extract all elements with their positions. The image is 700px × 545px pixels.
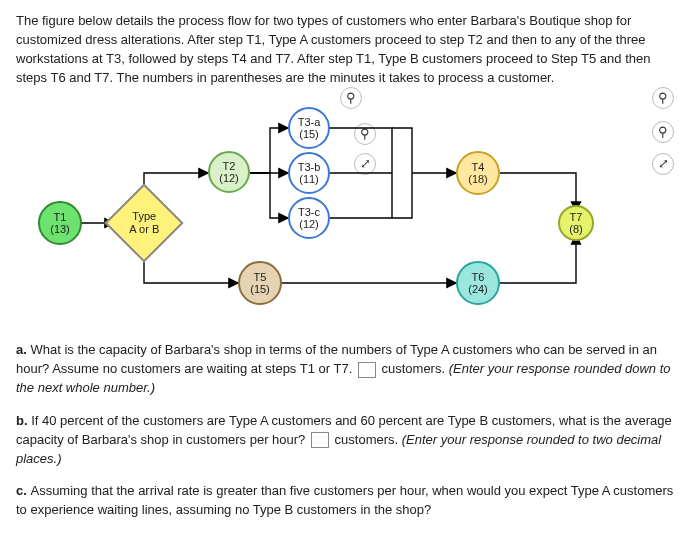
node-t6: T6 (24) — [456, 261, 500, 305]
expand-icon[interactable]: ⤢ — [354, 153, 376, 175]
question-c-body: Assuming that the arrival rate is greate… — [16, 483, 673, 517]
question-c-prefix: c. — [16, 483, 30, 498]
flow-arrows — [16, 93, 676, 313]
question-b-prefix: b. — [16, 413, 31, 428]
intro-text: The figure below details the process flo… — [16, 12, 684, 87]
question-a: a. What is the capacity of Barbara's sho… — [16, 341, 684, 398]
question-block: a. What is the capacity of Barbara's sho… — [16, 341, 684, 520]
zoom-icon[interactable]: ⚲ — [340, 87, 362, 109]
node-t7: T7 (8) — [558, 205, 594, 241]
zoom-icon[interactable]: ⚲ — [354, 123, 376, 145]
node-t4: T4 (18) — [456, 151, 500, 195]
node-t5: T5 (15) — [238, 261, 282, 305]
node-t3a: T3-a (15) — [288, 107, 330, 149]
node-t3b: T3-b (11) — [288, 152, 330, 194]
question-b: b. If 40 percent of the customers are Ty… — [16, 412, 684, 469]
zoom-icon[interactable]: ⚲ — [652, 121, 674, 143]
flow-diagram: ⚲ ⚲ ⚲ ⚲ ⤢ ⤢ T1 (13) — [16, 93, 676, 313]
node-type-decision: Type A or B — [104, 184, 183, 263]
expand-icon[interactable]: ⤢ — [652, 153, 674, 175]
question-a-unit: customers. — [378, 361, 449, 376]
node-t1: T1 (13) — [38, 201, 82, 245]
question-c: c. Assuming that the arrival rate is gre… — [16, 482, 684, 520]
question-b-unit: customers. — [331, 432, 402, 447]
zoom-icon[interactable]: ⚲ — [652, 87, 674, 109]
answer-input-a[interactable] — [358, 362, 376, 378]
answer-input-b[interactable] — [311, 432, 329, 448]
node-t2: T2 (12) — [208, 151, 250, 193]
question-a-prefix: a. — [16, 342, 30, 357]
node-t3c: T3-c (12) — [288, 197, 330, 239]
